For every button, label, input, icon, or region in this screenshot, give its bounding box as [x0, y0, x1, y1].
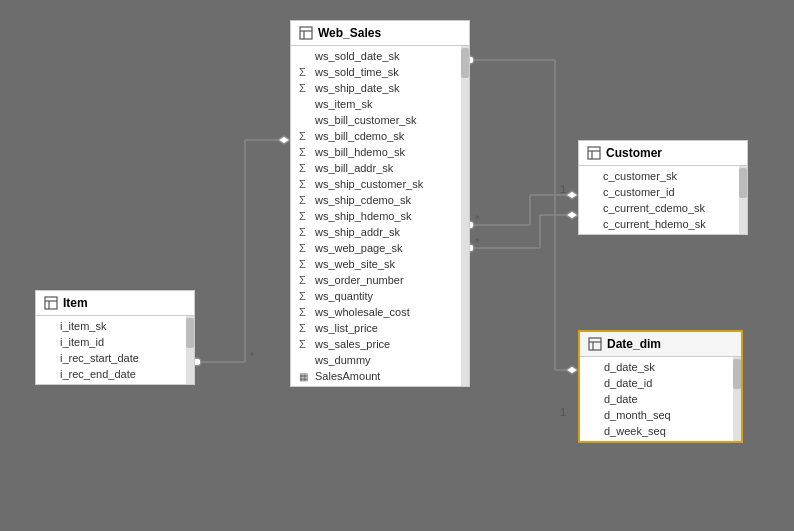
table-icon-date-dim	[588, 337, 602, 351]
field-sales-amount: ▦ SalesAmount	[291, 368, 469, 384]
field-d_date_sk: d_date_sk	[580, 359, 741, 375]
svg-marker-8	[566, 191, 578, 199]
field-c_customer_sk: c_customer_sk	[579, 168, 747, 184]
field-d_date_id: d_date_id	[580, 375, 741, 391]
field-ws_ship_customer_sk: Σws_ship_customer_sk	[291, 176, 469, 192]
svg-rect-23	[588, 147, 600, 159]
web-sales-scrollbar-thumb[interactable]	[461, 48, 469, 78]
field-ws_ship_hdemo_sk: Σws_ship_hdemo_sk	[291, 208, 469, 224]
field-c_current_hdemo_sk: c_current_hdemo_sk	[579, 216, 747, 232]
field-ws_bill_hdemo_sk: Σws_bill_hdemo_sk	[291, 144, 469, 160]
field-ws_quantity: Σws_quantity	[291, 288, 469, 304]
field-d_date: d_date	[580, 391, 741, 407]
field-ws_sold_time_sk: Σws_sold_time_sk	[291, 64, 469, 80]
item-scrollbar-thumb[interactable]	[186, 318, 194, 348]
field-c_current_cdemo_sk: c_current_cdemo_sk	[579, 200, 747, 216]
web-sales-header: Web_Sales	[291, 21, 469, 46]
field-ws_order_number: Σws_order_number	[291, 272, 469, 288]
connector-label-one-date: 1	[560, 406, 566, 418]
table-icon-web-sales	[299, 26, 313, 40]
svg-rect-20	[300, 27, 312, 39]
field-d_month_seq: d_month_seq	[580, 407, 741, 423]
item-title: Item	[63, 296, 88, 310]
customer-title: Customer	[606, 146, 662, 160]
field-ws_bill_addr_sk: Σws_bill_addr_sk	[291, 160, 469, 176]
field-i_rec_start_date: i_rec_start_date	[36, 350, 194, 366]
field-ws_web_page_sk: Σws_web_page_sk	[291, 240, 469, 256]
connector-label-star-item: *	[250, 350, 254, 362]
customer-scrollbar[interactable]	[739, 166, 747, 234]
web-sales-body: ws_sold_date_sk Σws_sold_time_sk Σws_shi…	[291, 46, 469, 386]
field-ws_item_sk: ws_item_sk	[291, 96, 469, 112]
field-ws_dummy: ws_dummy	[291, 352, 469, 368]
web-sales-title: Web_Sales	[318, 26, 381, 40]
table-icon-item	[44, 296, 58, 310]
customer-scrollbar-thumb[interactable]	[739, 168, 747, 198]
date-dim-table: Date_dim d_date_sk d_date_id d_date d_mo…	[578, 330, 743, 443]
svg-marker-19	[566, 366, 578, 374]
field-i_rec_end_date: i_rec_end_date	[36, 366, 194, 382]
item-header: Item	[36, 291, 194, 316]
web-sales-table: Web_Sales ws_sold_date_sk Σws_sold_time_…	[290, 20, 470, 387]
field-ws_list_price: Σws_list_price	[291, 320, 469, 336]
field-i_item_id: i_item_id	[36, 334, 194, 350]
item-body: i_item_sk i_item_id i_rec_start_date i_r…	[36, 316, 194, 384]
item-scrollbar[interactable]	[186, 316, 194, 384]
svg-marker-13	[566, 211, 578, 219]
customer-body: c_customer_sk c_customer_id c_current_cd…	[579, 166, 747, 234]
web-sales-scrollbar[interactable]	[461, 46, 469, 386]
field-ws_wholesale_cost: Σws_wholesale_cost	[291, 304, 469, 320]
field-ws_ship_cdemo_sk: Σws_ship_cdemo_sk	[291, 192, 469, 208]
field-c_customer_id: c_customer_id	[579, 184, 747, 200]
connector-label-star-customer2: *	[475, 236, 479, 248]
field-ws_ship_addr_sk: Σws_ship_addr_sk	[291, 224, 469, 240]
svg-rect-29	[589, 338, 601, 350]
connector-label-star-customer1: *	[475, 213, 479, 225]
field-ws_bill_customer_sk: ws_bill_customer_sk	[291, 112, 469, 128]
svg-marker-3	[278, 136, 290, 144]
field-d_week_seq: d_week_seq	[580, 423, 741, 439]
connector-label-one-customer1: 1	[560, 183, 566, 195]
svg-rect-26	[45, 297, 57, 309]
field-ws_bill_cdemo_sk: Σws_bill_cdemo_sk	[291, 128, 469, 144]
field-ws_sales_price: Σws_sales_price	[291, 336, 469, 352]
customer-table: Customer c_customer_sk c_customer_id c_c…	[578, 140, 748, 235]
date-dim-scrollbar[interactable]	[733, 357, 741, 441]
date-dim-scrollbar-thumb[interactable]	[733, 359, 741, 389]
table-icon-customer	[587, 146, 601, 160]
item-table: Item i_item_sk i_item_id i_rec_start_dat…	[35, 290, 195, 385]
field-i_item_sk: i_item_sk	[36, 318, 194, 334]
date-dim-title: Date_dim	[607, 337, 661, 351]
customer-header: Customer	[579, 141, 747, 166]
date-dim-header: Date_dim	[580, 332, 741, 357]
date-dim-body: d_date_sk d_date_id d_date d_month_seq d…	[580, 357, 741, 441]
field-ws_ship_date_sk: Σws_ship_date_sk	[291, 80, 469, 96]
field-ws_sold_date_sk: ws_sold_date_sk	[291, 48, 469, 64]
field-ws_web_site_sk: Σws_web_site_sk	[291, 256, 469, 272]
